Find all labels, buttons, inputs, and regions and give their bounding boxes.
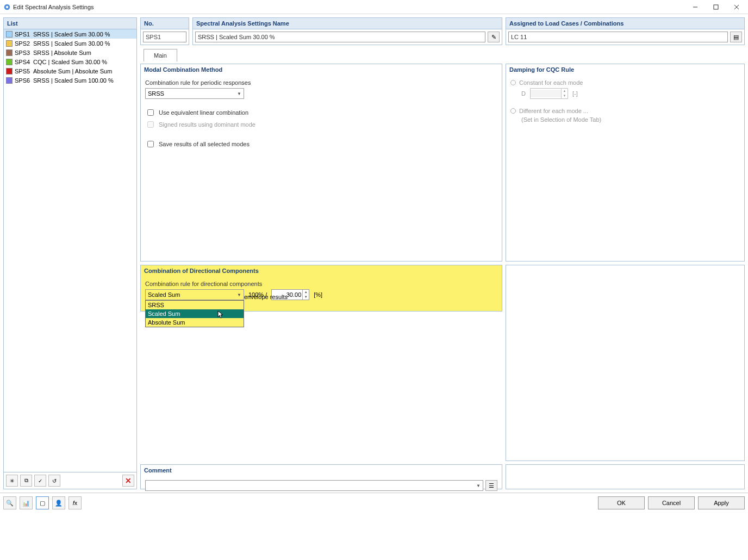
reload-item-button[interactable]: ↺ — [48, 475, 60, 487]
color-swatch — [6, 31, 13, 38]
apply-button[interactable]: Apply — [698, 496, 745, 509]
color-swatch — [6, 59, 13, 65]
periodic-rule-select[interactable]: SRSS ▼ — [145, 88, 244, 99]
no-input[interactable] — [143, 32, 186, 42]
directional-rule-label: Combination rule for directional compone… — [145, 281, 497, 287]
save-results-checkbox[interactable]: Save results of all selected modes — [145, 139, 497, 149]
directional-title: Combination of Directional Components — [141, 265, 502, 276]
svg-rect-3 — [714, 5, 718, 9]
damping-different-radio: Different for each mode ... — [510, 108, 740, 114]
directional-rule-dropdown[interactable]: SRSSScaled SumAbsolute Sum — [145, 300, 244, 327]
title-bar: Edit Spectral Analysis Settings — [0, 0, 748, 14]
comment-title: Comment — [141, 465, 502, 476]
comment-group: Comment ▼ ☰ — [140, 464, 502, 489]
color-swatch — [6, 40, 13, 47]
d-unit: [-] — [572, 90, 578, 97]
footer-user-button[interactable]: 👤 — [52, 496, 65, 509]
list-item[interactable]: SPS3 SRSS | Absolute Sum — [4, 48, 136, 57]
svg-point-1 — [6, 5, 8, 8]
list-item-id: SPS4 — [15, 59, 31, 65]
list-item-name: SRSS | Scaled Sum 30.00 % — [33, 31, 110, 38]
dropdown-option[interactable]: Scaled Sum — [146, 309, 244, 318]
footer-box-button[interactable]: ▢ — [36, 496, 49, 509]
chevron-down-icon: ▼ — [476, 483, 481, 488]
footer-fx-button[interactable]: fx — [68, 496, 82, 509]
color-swatch — [6, 68, 13, 74]
dialog-footer: 🔍 📊 ▢ 👤 fx OK Cancel Apply — [0, 493, 748, 513]
damping-note: (Set in Selection of Mode Tab) — [521, 116, 740, 123]
list-item-id: SPS5 — [15, 68, 31, 74]
signed-results-checkbox: Signed results using dominant mode — [145, 120, 497, 129]
list-item-id: SPS6 — [15, 77, 31, 84]
tab-bar: Main — [140, 47, 745, 61]
minimize-button[interactable] — [685, 0, 706, 14]
d-spinner: ▲▼ — [530, 88, 568, 99]
empty-panel-2 — [506, 464, 745, 489]
name-input[interactable] — [195, 32, 485, 42]
close-button[interactable] — [726, 0, 747, 14]
name-header: Spectral Analysis Settings Name — [192, 17, 502, 29]
copy-item-button[interactable]: ⧉ — [20, 475, 32, 487]
damping-group: Damping for CQC Rule Constant for each m… — [506, 64, 745, 262]
window-title: Edit Spectral Analysis Settings — [13, 4, 685, 10]
list-item[interactable]: SPS2 SRSS | Scaled Sum 30.00 % — [4, 39, 136, 48]
chevron-down-icon: ▼ — [237, 91, 241, 96]
pct-unit: [%] — [314, 291, 322, 298]
cancel-button[interactable]: Cancel — [648, 496, 695, 509]
dropdown-option[interactable]: SRSS — [146, 301, 244, 309]
maximize-button[interactable] — [706, 0, 726, 14]
comment-edit-button[interactable]: ☰ — [485, 480, 497, 491]
use-equivalent-checkbox[interactable]: Use equivalent linear combination — [145, 108, 497, 117]
assigned-picker-button[interactable]: ▤ — [730, 32, 742, 42]
list-item[interactable]: SPS6 SRSS | Scaled Sum 100.00 % — [4, 76, 136, 85]
comment-select[interactable]: ▼ — [145, 480, 483, 491]
list-item-name: Absolute Sum | Absolute Sum — [33, 68, 112, 74]
edit-name-button[interactable]: ✎ — [488, 32, 500, 42]
list-item-id: SPS3 — [15, 49, 31, 56]
list-item-id: SPS1 — [15, 31, 31, 38]
assigned-header: Assigned to Load Cases / Combinations — [506, 17, 745, 29]
footer-chart-button[interactable]: 📊 — [20, 496, 33, 509]
assigned-input[interactable] — [508, 32, 728, 42]
app-icon — [3, 3, 11, 11]
list-toolbar: ✳ ⧉ ✓ ↺ ✕ — [3, 472, 137, 489]
list-item[interactable]: SPS5 Absolute Sum | Absolute Sum — [4, 66, 136, 76]
no-header: No. — [140, 17, 189, 29]
list-item[interactable]: SPS1 SRSS | Scaled Sum 30.00 % — [4, 29, 136, 39]
new-item-button[interactable]: ✳ — [6, 475, 18, 487]
directional-group: Combination of Directional Components Co… — [140, 265, 502, 312]
color-swatch — [6, 77, 13, 84]
empty-panel-1 — [506, 265, 745, 461]
list-item-name: SRSS | Scaled Sum 30.00 % — [33, 40, 110, 47]
d-label: D — [521, 90, 526, 97]
list-header: List — [3, 17, 137, 29]
color-swatch — [6, 49, 13, 56]
delete-item-button[interactable]: ✕ — [122, 475, 134, 487]
check-item-button[interactable]: ✓ — [34, 475, 46, 487]
envelope-text: envelope results — [244, 294, 288, 300]
list-panel[interactable]: SPS1 SRSS | Scaled Sum 30.00 % SPS2 SRSS… — [3, 29, 137, 472]
directional-rule-select[interactable]: Scaled Sum ▼ — [145, 289, 244, 300]
list-item-name: SRSS | Scaled Sum 100.00 % — [33, 77, 114, 84]
list-item[interactable]: SPS4 CQC | Scaled Sum 30.00 % — [4, 57, 136, 66]
list-item-name: CQC | Scaled Sum 30.00 % — [33, 59, 107, 65]
modal-combination-group: Modal Combination Method Combination rul… — [140, 64, 502, 262]
ok-button[interactable]: OK — [598, 496, 645, 509]
dropdown-option[interactable]: Absolute Sum — [146, 318, 244, 327]
list-item-name: SRSS | Absolute Sum — [33, 49, 91, 56]
list-item-id: SPS2 — [15, 40, 31, 47]
damping-title: Damping for CQC Rule — [506, 64, 744, 75]
spin-down-icon[interactable]: ▼ — [302, 295, 309, 300]
footer-search-button[interactable]: 🔍 — [3, 496, 16, 509]
spin-up-icon[interactable]: ▲ — [302, 290, 309, 295]
modal-combination-title: Modal Combination Method — [141, 64, 502, 75]
tab-main[interactable]: Main — [144, 49, 177, 61]
chevron-down-icon: ▼ — [237, 293, 241, 297]
damping-constant-radio: Constant for each mode — [510, 79, 740, 86]
periodic-rule-label: Combination rule for periodic responses — [145, 79, 497, 86]
